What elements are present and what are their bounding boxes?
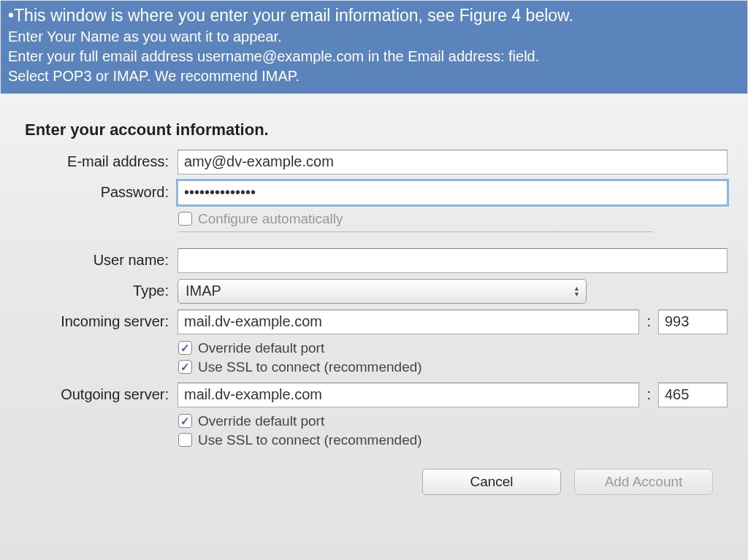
divider [178, 231, 653, 232]
password-label: Password: [20, 184, 178, 201]
incoming-ssl-checkbox[interactable] [178, 360, 192, 374]
outgoing-port-field[interactable] [658, 383, 728, 407]
incoming-ssl-row[interactable]: Use SSL to connect (recommended) [178, 359, 728, 375]
outgoing-ssl-row[interactable]: Use SSL to connect (recommended) [178, 432, 728, 448]
outgoing-label: Outgoing server: [20, 386, 178, 403]
account-form: Enter your account information. E-mail a… [0, 94, 748, 560]
password-field[interactable] [178, 180, 728, 205]
banner-line-1: •This window is where you enter your ema… [8, 5, 740, 27]
instruction-banner: •This window is where you enter your ema… [0, 0, 748, 94]
type-label: Type: [20, 283, 178, 299]
form-title: Enter your account information. [25, 120, 728, 139]
type-value: IMAP [186, 283, 221, 299]
add-account-button[interactable]: Add Account [574, 469, 713, 495]
incoming-override-checkbox[interactable] [178, 341, 192, 355]
incoming-port-field[interactable] [658, 310, 728, 334]
outgoing-ssl-label: Use SSL to connect (recommended) [198, 432, 422, 448]
port-separator: : [646, 313, 651, 330]
configure-auto-label: Configure automatically [198, 211, 343, 227]
username-label: User name: [20, 252, 178, 269]
type-select[interactable]: IMAP ▲▼ [178, 279, 587, 304]
configure-auto-checkbox[interactable] [178, 212, 192, 226]
select-arrows-icon: ▲▼ [573, 285, 580, 296]
outgoing-ssl-checkbox[interactable] [178, 433, 192, 447]
incoming-override-label: Override default port [198, 340, 324, 356]
configure-auto-row[interactable]: Configure automatically [178, 211, 728, 227]
email-field[interactable] [178, 150, 728, 174]
outgoing-server-field[interactable] [178, 383, 639, 407]
incoming-ssl-label: Use SSL to connect (recommended) [198, 359, 422, 375]
banner-line-3: Enter your full email address username@e… [8, 47, 740, 66]
username-field[interactable] [178, 248, 728, 273]
incoming-override-row[interactable]: Override default port [178, 340, 728, 356]
banner-line-2: Enter Your Name as you want it to appear… [8, 27, 740, 47]
incoming-server-field[interactable] [178, 310, 639, 334]
port-separator-2: : [646, 386, 651, 403]
outgoing-override-label: Override default port [198, 413, 324, 429]
cancel-button[interactable]: Cancel [422, 469, 561, 495]
outgoing-override-checkbox[interactable] [178, 414, 192, 428]
email-label: E-mail address: [20, 153, 178, 170]
outgoing-override-row[interactable]: Override default port [178, 413, 728, 429]
banner-line-4: Select POP3 or IMAP. We recommend IMAP. [8, 66, 740, 86]
incoming-label: Incoming server: [20, 313, 178, 330]
